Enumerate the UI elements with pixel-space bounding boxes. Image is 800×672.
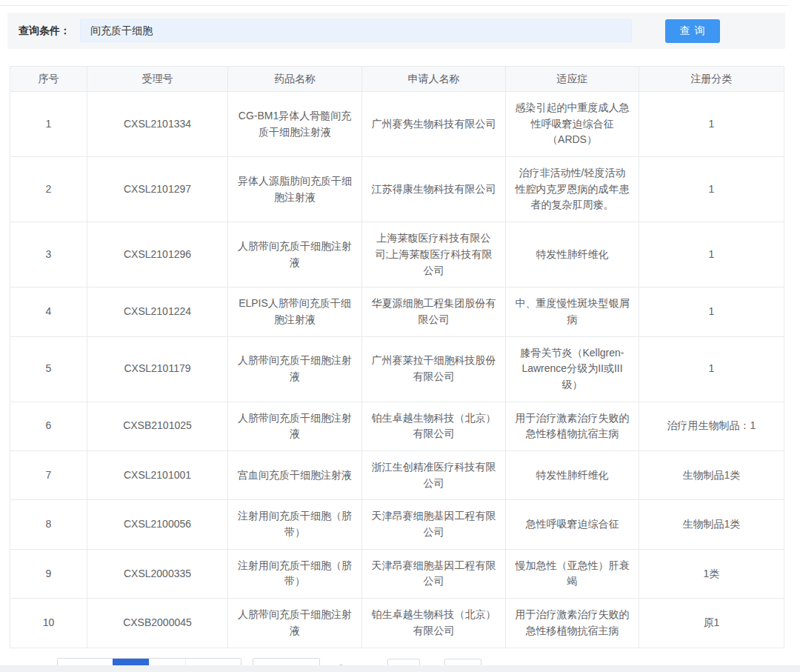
- cell-acceptance-no: CXSL2000335: [87, 549, 228, 598]
- cell-index: 2: [10, 157, 87, 222]
- cell-registration-type: 1: [639, 336, 784, 402]
- cell-registration-type: 治疗用生物制品：1: [639, 402, 784, 450]
- table-row: 4 CXSL2101224 ELPIS人脐带间充质干细胞注射液 华夏源细胞工程集…: [10, 287, 784, 336]
- cell-applicant: 广州赛莱拉干细胞科技股份有限公司: [362, 336, 506, 402]
- cell-applicant: 广州赛隽生物科技有限公司: [362, 92, 506, 157]
- column-header-applicant: 申请人名称: [362, 67, 506, 92]
- cell-acceptance-no: CXSL2100056: [87, 500, 228, 549]
- cell-index: 4: [10, 287, 87, 336]
- cell-registration-type: 1: [639, 287, 784, 336]
- cell-applicant: 上海莱馥医疗科技有限公司;上海莱馥医疗科技有限公司: [362, 222, 506, 287]
- results-table-container: 序号 受理号 药品名称 申请人名称 适应症 注册分类 1 CXSL2101334…: [10, 66, 784, 648]
- top-divider: [0, 5, 788, 6]
- table-row: 5 CXSL2101179 人脐带间充质干细胞注射液 广州赛莱拉干细胞科技股份有…: [10, 336, 784, 402]
- cell-applicant: 华夏源细胞工程集团股份有限公司: [362, 287, 506, 336]
- table-row: 6 CXSB2101025 人脐带间充质干细胞注射液 铂生卓越生物科技（北京）有…: [10, 402, 784, 450]
- cell-index: 8: [10, 500, 87, 549]
- cell-indication: 特发性肺纤维化: [506, 222, 639, 287]
- cell-indication: 用于治疗激素治疗失败的急性移植物抗宿主病: [506, 402, 639, 450]
- cell-registration-type: 1类: [639, 549, 784, 598]
- cell-registration-type: 生物制品1类: [639, 500, 784, 549]
- results-table: 序号 受理号 药品名称 申请人名称 适应症 注册分类 1 CXSL2101334…: [10, 66, 784, 648]
- cell-registration-type: 1: [639, 157, 784, 222]
- cell-drug-name: 人脐带间充质干细胞注射液: [228, 599, 362, 648]
- cell-acceptance-no: CXSL2101224: [87, 287, 228, 336]
- cell-drug-name: 人脐带间充质干细胞注射液: [228, 222, 362, 287]
- cell-acceptance-no: CXSL2101296: [87, 222, 228, 287]
- column-header-drug-name: 药品名称: [228, 67, 362, 92]
- cell-drug-name: 注射用间充质干细胞（脐带）: [228, 549, 362, 598]
- table-header-row: 序号 受理号 药品名称 申请人名称 适应症 注册分类: [10, 67, 784, 92]
- column-header-acceptance-no: 受理号: [87, 67, 228, 92]
- cell-index: 1: [10, 92, 87, 157]
- cell-applicant: 天津昂赛细胞基因工程有限公司: [362, 500, 506, 549]
- search-input[interactable]: [80, 19, 632, 42]
- table-row: 8 CXSL2100056 注射用间充质干细胞（脐带） 天津昂赛细胞基因工程有限…: [10, 500, 784, 549]
- cell-acceptance-no: CXSL2101179: [87, 336, 228, 402]
- cell-registration-type: 生物制品1类: [639, 451, 784, 500]
- cell-drug-name: 异体人源脂肪间充质干细胞注射液: [228, 157, 362, 222]
- column-header-indication: 适应症: [506, 67, 639, 92]
- cell-indication: 治疗非活动性/轻度活动性腔内克罗恩病的成年患者的复杂肛周瘘。: [506, 157, 639, 222]
- cell-index: 7: [10, 451, 87, 500]
- cell-drug-name: 人脐带间充质干细胞注射液: [228, 336, 362, 402]
- cell-applicant: 铂生卓越生物科技（北京）有限公司: [362, 402, 506, 450]
- cell-drug-name: 注射用间充质干细胞（脐带）: [228, 500, 362, 549]
- column-header-index: 序号: [10, 67, 87, 92]
- cell-indication: 膝骨关节炎（Kellgren-Lawrence分级为II或III级）: [506, 336, 639, 402]
- cell-index: 5: [10, 336, 87, 402]
- table-row: 2 CXSL2101297 异体人源脂肪间充质干细胞注射液 江苏得康生物科技有限…: [10, 157, 784, 222]
- cell-registration-type: 1: [639, 222, 784, 287]
- table-row: 9 CXSL2000335 注射用间充质干细胞（脐带） 天津昂赛细胞基因工程有限…: [10, 549, 784, 598]
- cell-indication: 中、重度慢性斑块型银屑病: [506, 287, 639, 336]
- cell-index: 10: [10, 599, 87, 648]
- table-row: 3 CXSL2101296 人脐带间充质干细胞注射液 上海莱馥医疗科技有限公司;…: [10, 222, 784, 287]
- table-row: 7 CXSL2101001 宫血间充质干细胞注射液 浙江生创精准医疗科技有限公司…: [10, 451, 784, 500]
- bottom-strip: [0, 665, 800, 672]
- cell-drug-name: ELPIS人脐带间充质干细胞注射液: [228, 287, 362, 336]
- search-label: 查询条件：: [19, 24, 70, 38]
- cell-acceptance-no: CXSB2000045: [87, 599, 228, 648]
- cell-drug-name: 宫血间充质干细胞注射液: [228, 451, 362, 500]
- cell-acceptance-no: CXSB2101025: [87, 402, 228, 450]
- cell-applicant: 铂生卓越生物科技（北京）有限公司: [362, 599, 506, 648]
- cell-indication: 急性呼吸窘迫综合征: [506, 500, 639, 549]
- cell-acceptance-no: CXSL2101297: [87, 157, 228, 222]
- cell-index: 9: [10, 549, 87, 598]
- cell-indication: 感染引起的中重度成人急性呼吸窘迫综合征（ARDS）: [506, 92, 639, 157]
- cell-index: 3: [10, 222, 87, 287]
- cell-applicant: 天津昂赛细胞基因工程有限公司: [362, 549, 506, 598]
- cell-applicant: 江苏得康生物科技有限公司: [362, 157, 506, 222]
- cell-drug-name: CG-BM1异体人骨髓间充质干细胞注射液: [228, 92, 362, 157]
- table-row: 10 CXSB2000045 人脐带间充质干细胞注射液 铂生卓越生物科技（北京）…: [10, 599, 784, 648]
- cell-drug-name: 人脐带间充质干细胞注射液: [228, 402, 362, 450]
- cell-acceptance-no: CXSL2101334: [87, 92, 228, 157]
- search-button[interactable]: 查 询: [665, 19, 720, 43]
- cell-indication: 用于治疗激素治疗失败的急性移植物抗宿主病: [506, 599, 639, 648]
- cell-indication: 特发性肺纤维化: [506, 451, 639, 500]
- cell-applicant: 浙江生创精准医疗科技有限公司: [362, 451, 506, 500]
- column-header-registration-type: 注册分类: [639, 67, 784, 92]
- cell-index: 6: [10, 402, 87, 450]
- cell-registration-type: 原1: [639, 599, 784, 648]
- cell-indication: 慢加急性（亚急性）肝衰竭: [506, 549, 639, 598]
- search-bar: 查询条件： 查 询: [7, 13, 785, 49]
- cell-registration-type: 1: [639, 92, 784, 157]
- table-row: 1 CXSL2101334 CG-BM1异体人骨髓间充质干细胞注射液 广州赛隽生…: [10, 92, 784, 157]
- cell-acceptance-no: CXSL2101001: [87, 451, 228, 500]
